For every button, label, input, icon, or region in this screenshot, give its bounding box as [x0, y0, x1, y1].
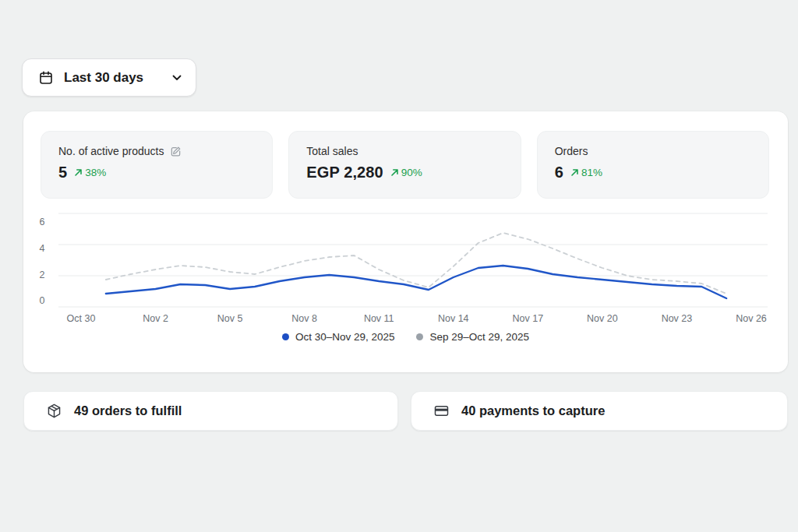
- edit-icon[interactable]: [170, 146, 182, 157]
- metric-delta-value: 81%: [581, 167, 602, 178]
- current-period-line: [106, 266, 726, 298]
- chevron-down-icon: [172, 75, 182, 81]
- date-range-button[interactable]: Last 30 days: [22, 58, 196, 97]
- metric-delta: 81%: [570, 167, 602, 178]
- legend-item-previous-period: Sep 29–Oct 29, 2025: [416, 331, 529, 343]
- metric-title: Total sales: [306, 145, 358, 157]
- legend-dot: [282, 333, 289, 340]
- x-tick-label: Nov 8: [291, 313, 317, 324]
- y-tick-label: 2: [34, 269, 50, 281]
- metric-delta: 38%: [74, 167, 106, 178]
- metric-value: EGP 2,280: [306, 164, 383, 181]
- action-card-label: 49 orders to fulfill: [74, 403, 182, 418]
- metric-value: 6: [555, 164, 563, 181]
- chart-x-axis: Oct 30Nov 2Nov 5Nov 8Nov 11Nov 14Nov 17N…: [58, 313, 768, 326]
- metric-delta-value: 38%: [85, 167, 106, 178]
- action-card-label: 40 payments to capture: [461, 403, 605, 418]
- credit-card-icon: [433, 403, 450, 419]
- trend-chart-svg: [58, 209, 768, 314]
- orders-to-fulfill-card[interactable]: 49 orders to fulfill: [23, 391, 398, 431]
- x-tick-label: Nov 14: [438, 313, 469, 324]
- x-tick-label: Nov 20: [587, 313, 618, 324]
- metric-delta-value: 90%: [401, 167, 422, 178]
- date-range-label: Last 30 days: [64, 70, 161, 86]
- metric-delta: 90%: [390, 167, 422, 178]
- calendar-icon: [38, 70, 54, 86]
- x-tick-label: Oct 30: [67, 313, 96, 324]
- legend-item-current-period: Oct 30–Nov 29, 2025: [282, 331, 395, 343]
- payments-to-capture-card[interactable]: 40 payments to capture: [411, 391, 788, 431]
- legend-label: Sep 29–Oct 29, 2025: [429, 331, 529, 343]
- legend-dot: [416, 333, 423, 340]
- arrow-up-right-icon: [570, 168, 579, 177]
- arrow-up-right-icon: [390, 168, 399, 177]
- analytics-card: No. of active products 5 38%: [23, 111, 788, 372]
- y-tick-label: 6: [34, 216, 50, 228]
- legend-label: Oct 30–Nov 29, 2025: [295, 331, 395, 343]
- package-icon: [46, 403, 62, 419]
- metric-card-orders[interactable]: Orders 6 81%: [537, 131, 769, 199]
- x-tick-label: Nov 26: [736, 313, 767, 324]
- metric-card-total-sales[interactable]: Total sales EGP 2,280 90%: [288, 131, 521, 199]
- metrics-row: No. of active products 5 38%: [41, 131, 769, 199]
- x-tick-label: Nov 2: [143, 313, 168, 324]
- metric-card-active-products[interactable]: No. of active products 5 38%: [41, 131, 273, 199]
- x-tick-label: Nov 23: [662, 313, 693, 324]
- metric-title: No. of active products: [58, 145, 164, 157]
- arrow-up-right-icon: [74, 168, 83, 177]
- y-tick-label: 0: [34, 294, 50, 307]
- metric-title: Orders: [555, 145, 588, 157]
- x-tick-label: Nov 11: [364, 313, 394, 324]
- x-tick-label: Nov 5: [217, 313, 243, 324]
- y-tick-label: 4: [34, 242, 50, 255]
- x-tick-label: Nov 17: [513, 313, 544, 324]
- metric-value: 5: [58, 164, 67, 181]
- chart-legend: Oct 30–Nov 29, 2025 Sep 29–Oct 29, 2025: [23, 330, 788, 343]
